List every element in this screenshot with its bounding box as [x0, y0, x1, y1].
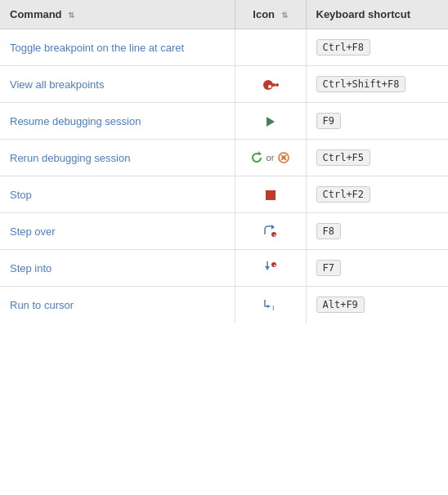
command-link[interactable]: Stop: [10, 189, 32, 201]
icon-cell: [235, 29, 306, 66]
column-header-shortcut[interactable]: Keyboard shortcut: [306, 0, 448, 29]
sort-icon-icon[interactable]: ⇅: [281, 11, 288, 20]
resume-icon: [265, 116, 276, 127]
stop-icon: [266, 190, 276, 200]
table-row: Stop Ctrl+F2: [0, 176, 448, 213]
column-command-label: Command: [10, 8, 62, 20]
svg-marker-5: [267, 117, 275, 127]
svg-marker-6: [258, 151, 262, 155]
shortcut-cell: Ctrl+F8: [306, 29, 448, 66]
table-row: Rerun debugging session or Ctrl+F5: [0, 140, 448, 176]
icon-cell: [235, 250, 306, 287]
command-link[interactable]: Rerun debugging session: [10, 152, 130, 164]
svg-point-15: [274, 265, 276, 266]
or-text: or: [267, 153, 275, 163]
breakpoint-icon: [262, 79, 279, 91]
icon-cell: [235, 176, 306, 213]
shortcut-badge: F7: [316, 260, 341, 276]
svg-point-12: [274, 234, 276, 236]
shortcut-badge: Alt+F9: [316, 297, 365, 313]
rerun-alt-icon: [277, 151, 290, 164]
command-cell: View all breakpoints: [0, 66, 235, 103]
table-row: Resume debugging session F9: [0, 103, 448, 140]
shortcut-cell: F9: [306, 103, 448, 140]
table-row: Toggle breakpoint on the line at caretCt…: [0, 29, 448, 66]
icon-cell: I: [235, 287, 306, 323]
shortcuts-table: Command ⇅ Icon ⇅ Keyboard shortcut Toggl…: [0, 0, 448, 323]
table-row: Run to cursor I Alt+F9: [0, 287, 448, 323]
shortcut-badge: Ctrl+Shift+F8: [316, 76, 406, 92]
svg-point-14: [271, 262, 276, 267]
table-header-row: Command ⇅ Icon ⇅ Keyboard shortcut: [0, 0, 448, 29]
shortcut-badge: F8: [316, 223, 341, 239]
icon-cell: [235, 213, 306, 250]
command-link[interactable]: Run to cursor: [10, 299, 74, 311]
table-row: Step over F8: [0, 213, 448, 250]
command-link[interactable]: Step over: [10, 225, 56, 238]
command-cell: Step over: [0, 213, 235, 250]
command-cell: Stop: [0, 176, 235, 213]
shortcut-badge: Ctrl+F2: [316, 186, 371, 203]
svg-marker-10: [271, 225, 275, 230]
table-row: View all breakpoints Ctrl+Shift+F8: [0, 66, 448, 103]
shortcut-badge: F9: [316, 113, 341, 129]
sort-icon-command[interactable]: ⇅: [68, 11, 74, 20]
column-shortcut-label: Keyboard shortcut: [316, 8, 411, 20]
shortcut-cell: Ctrl+F2: [306, 176, 448, 213]
rerun-icon: [250, 151, 263, 164]
table-row: Step into F7: [0, 250, 448, 287]
command-cell: Resume debugging session: [0, 103, 235, 140]
svg-marker-16: [267, 305, 271, 308]
icon-cell: [235, 66, 306, 103]
stepover-icon: [263, 225, 278, 238]
icon-cell: or: [235, 140, 306, 176]
runtocursor-icon: I: [263, 298, 278, 311]
shortcut-cell: Ctrl+Shift+F8: [306, 66, 448, 103]
svg-rect-9: [266, 190, 276, 200]
shortcut-cell: Alt+F9: [306, 287, 448, 323]
command-link[interactable]: Toggle breakpoint on the line at caret: [10, 42, 184, 54]
column-header-command[interactable]: Command ⇅: [0, 0, 235, 29]
column-icon-label: Icon: [253, 8, 275, 20]
command-link[interactable]: View all breakpoints: [10, 78, 104, 91]
svg-marker-13: [265, 266, 270, 270]
stepinto-icon: [263, 261, 278, 274]
command-cell: Toggle breakpoint on the line at caret: [0, 29, 235, 66]
svg-point-11: [271, 232, 276, 237]
column-header-icon[interactable]: Icon ⇅: [235, 0, 306, 29]
shortcut-cell: F8: [306, 213, 448, 250]
command-cell: Run to cursor: [0, 287, 235, 323]
svg-text:I: I: [272, 304, 275, 311]
command-link[interactable]: Step into: [10, 262, 52, 274]
shortcut-badge: Ctrl+F8: [316, 39, 371, 56]
shortcut-cell: Ctrl+F5: [306, 140, 448, 176]
svg-point-1: [268, 85, 271, 88]
icon-cell: [235, 103, 306, 140]
command-cell: Rerun debugging session: [0, 140, 235, 176]
shortcut-badge: Ctrl+F5: [316, 149, 371, 166]
command-link[interactable]: Resume debugging session: [10, 115, 141, 127]
shortcut-cell: F7: [306, 250, 448, 287]
command-cell: Step into: [0, 250, 235, 287]
